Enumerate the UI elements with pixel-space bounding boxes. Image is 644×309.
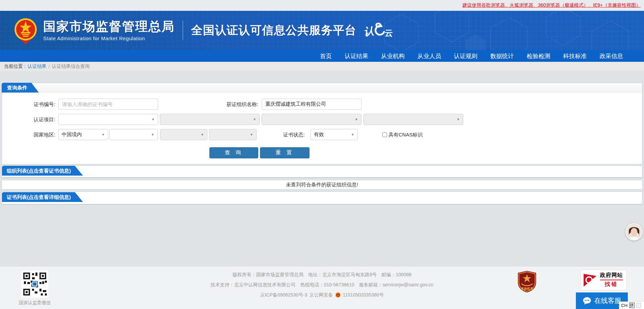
breadcrumb-separator: / bbox=[49, 64, 50, 69]
main-nav: 首页 认证结果 从业机构 从业人员 认证规则 数据统计 检验检测 科技标准 政采… bbox=[0, 50, 644, 62]
header-divider bbox=[183, 21, 183, 40]
nav-item-inspection[interactable]: 检验检测 bbox=[527, 52, 550, 60]
icp-number[interactable]: 京ICP备09062530号-3 bbox=[260, 290, 307, 300]
chevron-down-icon: ▼ bbox=[355, 118, 358, 121]
breadcrumb-link-cert-results[interactable]: 认证结果 bbox=[28, 63, 47, 70]
cnas-checkbox[interactable] bbox=[382, 132, 387, 137]
cert-list-tab: 证书列表(点击查看详细信息) bbox=[2, 192, 83, 202]
agency-title-block: 国家市场监督管理总局 State Administration for Mark… bbox=[43, 20, 175, 41]
nav-item-cert-results[interactable]: 认证结果 bbox=[345, 52, 368, 60]
region-select-city[interactable]: ▼ bbox=[160, 129, 207, 140]
gov-site-error-widget[interactable]: 政府网站 找错 bbox=[581, 270, 626, 290]
platform-title: 全国认证认可信息公共服务平台 bbox=[191, 23, 356, 38]
police-badge-icon bbox=[335, 292, 341, 298]
hexagon-decoration bbox=[374, 11, 644, 50]
chevron-down-icon: ▼ bbox=[253, 118, 256, 121]
party-gov-badge[interactable]: 党政机关 bbox=[517, 270, 537, 294]
ime-indicator-bar[interactable]: CH 拼 bbox=[619, 302, 644, 309]
chat-bubble-icon bbox=[583, 297, 591, 305]
project-select-level4[interactable]: ▼ bbox=[363, 114, 463, 125]
org-name-input[interactable] bbox=[262, 99, 361, 110]
service-agent-avatar[interactable] bbox=[625, 223, 643, 240]
empty-result-message: 未查到符合条件的获证组织信息! bbox=[2, 180, 642, 189]
nav-item-cert-rules[interactable]: 认证规则 bbox=[454, 52, 477, 60]
cert-status-select[interactable]: 有效▼ bbox=[311, 129, 358, 140]
agency-name-en: State Administration for Market Regulati… bbox=[43, 35, 175, 41]
nav-item-tech-standards[interactable]: 科技标准 bbox=[563, 52, 587, 60]
ime-tray-icon bbox=[636, 303, 641, 308]
party-badge-text: 党政机关 bbox=[521, 287, 533, 290]
site-header: 国家市场监督管理总局 State Administration for Mark… bbox=[0, 11, 644, 50]
project-select-level3[interactable]: ▼ bbox=[262, 114, 361, 125]
gov-find-error-icon bbox=[583, 273, 597, 287]
copyright-line: 版权所有：国家市场监督管理总局 地址：北京市海淀区马甸东路9号 邮编：10008… bbox=[0, 269, 644, 280]
main-content: 查询条件 证书编号: 获证组织名称: 认证项目: ▼ ▼ ▼ ▼ 国家地区: 中… bbox=[0, 71, 644, 266]
wechat-qr-block: 国家认监委微信 bbox=[16, 271, 53, 306]
nav-item-statistics[interactable]: 数据统计 bbox=[490, 52, 514, 60]
query-conditions-panel: 查询条件 证书编号: 获证组织名称: 认证项目: ▼ ▼ ▼ ▼ 国家地区: 中… bbox=[2, 83, 642, 164]
chevron-down-icon: ▼ bbox=[457, 118, 460, 121]
psb-number[interactable]: 11010502035380号 bbox=[343, 290, 384, 300]
region-select-value: 中国境内 bbox=[62, 131, 82, 138]
cert-status-label: 证书状态: bbox=[262, 129, 305, 140]
wechat-qr-label: 国家认监委微信 bbox=[16, 300, 53, 306]
browser-advice-bar: 建议使用谷歌浏览器、火狐浏览器、360浏览器（极速模式）、IE9+（非兼容性视图… bbox=[0, 0, 644, 11]
region-select-province[interactable]: ▼ bbox=[109, 129, 158, 140]
chevron-down-icon: ▼ bbox=[201, 133, 204, 136]
logo-e-swirl-icon bbox=[374, 22, 386, 38]
cert-list-section: 证书列表(点击查看详细信息) bbox=[2, 191, 642, 205]
support-line: 技术支持：北京中认网信息技术有限公司 热线电话：010-56738610 服务邮… bbox=[0, 280, 644, 290]
logo-yun-char: 云 bbox=[385, 28, 393, 38]
chevron-down-icon: ▼ bbox=[151, 118, 155, 121]
cert-project-label: 认证项目: bbox=[22, 114, 55, 125]
qr-code bbox=[21, 271, 48, 298]
chevron-down-icon: ▼ bbox=[250, 133, 253, 136]
gov-find-error-text: 找错 bbox=[605, 281, 618, 288]
gov-site-text: 政府网站 bbox=[600, 272, 623, 280]
footer: 国家认监委微信 版权所有：国家市场监督管理总局 地址：北京市海淀区马甸东路9号 … bbox=[0, 266, 644, 309]
region-select-country[interactable]: 中国境内▼ bbox=[58, 129, 108, 140]
breadcrumb: 当前位置 : 认证结果 / 认证结果综合查询 bbox=[0, 62, 644, 71]
reset-button[interactable]: 重 置 bbox=[260, 147, 310, 158]
org-list-section: 组织列表(点击查看证书信息) bbox=[2, 165, 642, 178]
agency-name-cn: 国家市场监督管理总局 bbox=[43, 20, 175, 34]
breadcrumb-prefix: 当前位置 : bbox=[4, 63, 26, 70]
logo-ren-char: 认 bbox=[363, 24, 375, 39]
chevron-down-icon: ▼ bbox=[151, 133, 154, 136]
ime-pinyin-indicator: 拼 bbox=[629, 303, 635, 308]
footer-text-block: 版权所有：国家市场监督管理总局 地址：北京市海淀区马甸东路9号 邮编：10008… bbox=[0, 266, 644, 300]
org-list-tab: 组织列表(点击查看证书信息) bbox=[2, 166, 83, 176]
project-select-level2[interactable]: ▼ bbox=[160, 114, 260, 125]
cnas-label: 具有CNAS标识 bbox=[388, 129, 423, 140]
search-button[interactable]: 查 询 bbox=[209, 147, 258, 158]
nav-item-institutions[interactable]: 从业机构 bbox=[381, 52, 405, 60]
region-select-district[interactable]: ▼ bbox=[209, 129, 257, 140]
project-select-level1[interactable]: ▼ bbox=[58, 114, 158, 125]
country-region-label: 国家地区: bbox=[22, 129, 55, 140]
chevron-down-icon: ▼ bbox=[351, 133, 354, 136]
browser-advice-text: 建议使用谷歌浏览器、火狐浏览器、360浏览器（极速模式）、IE9+（非兼容性视图… bbox=[462, 2, 641, 8]
nav-item-home[interactable]: 首页 bbox=[320, 52, 332, 60]
icp-line: 京ICP备09062530号-3 京公网安备 11010502035380号 bbox=[0, 290, 644, 300]
chevron-down-icon: ▼ bbox=[101, 133, 105, 136]
cert-status-value: 有效 bbox=[314, 131, 324, 138]
ime-lang-indicator: CH bbox=[621, 303, 627, 308]
online-service-label: 在线客服 bbox=[594, 296, 621, 305]
cert-no-input[interactable] bbox=[58, 99, 158, 110]
breadcrumb-current-page: 认证结果综合查询 bbox=[52, 63, 90, 70]
cert-no-label: 证书编号: bbox=[22, 99, 55, 110]
org-name-label: 获证组织名称: bbox=[211, 99, 258, 110]
psb-prefix: 京公网安备 bbox=[310, 290, 333, 300]
ren-e-yun-logo: 认 云 bbox=[364, 22, 393, 38]
panel-header-strip bbox=[2, 83, 642, 93]
national-emblem bbox=[13, 17, 38, 44]
nav-item-procurement[interactable]: 政采信息 bbox=[599, 52, 623, 60]
nav-item-personnel[interactable]: 从业人员 bbox=[417, 52, 441, 60]
